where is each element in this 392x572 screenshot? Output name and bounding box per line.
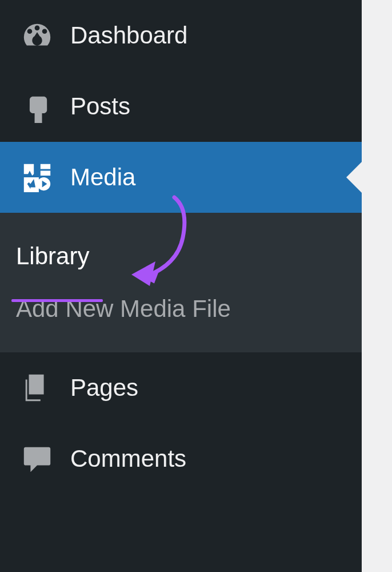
sidebar-item-comments[interactable]: Comments xyxy=(0,423,362,494)
sidebar-item-label: Media xyxy=(70,164,135,191)
sidebar-item-label: Posts xyxy=(70,93,130,120)
media-submenu: Library Add New Media File xyxy=(0,213,362,352)
sidebar-item-media[interactable]: Media xyxy=(0,142,362,213)
admin-sidebar: Dashboard Posts Media Library Add New Me… xyxy=(0,0,362,572)
pin-icon xyxy=(20,89,54,124)
sidebar-item-label: Dashboard xyxy=(70,22,187,49)
comments-icon xyxy=(20,442,54,476)
sidebar-item-posts[interactable]: Posts xyxy=(0,71,362,142)
sidebar-item-label: Comments xyxy=(70,445,186,472)
annotation-underline xyxy=(11,299,103,302)
sidebar-item-label: Pages xyxy=(70,374,138,402)
dashboard-icon xyxy=(20,18,54,53)
sidebar-item-dashboard[interactable]: Dashboard xyxy=(0,0,362,71)
submenu-item-add-new[interactable]: Add New Media File xyxy=(0,283,362,335)
pages-icon xyxy=(20,371,54,405)
media-icon xyxy=(20,160,54,194)
submenu-item-label: Library xyxy=(16,243,89,269)
sidebar-item-pages[interactable]: Pages xyxy=(0,352,362,423)
submenu-item-library[interactable]: Library xyxy=(0,230,362,283)
